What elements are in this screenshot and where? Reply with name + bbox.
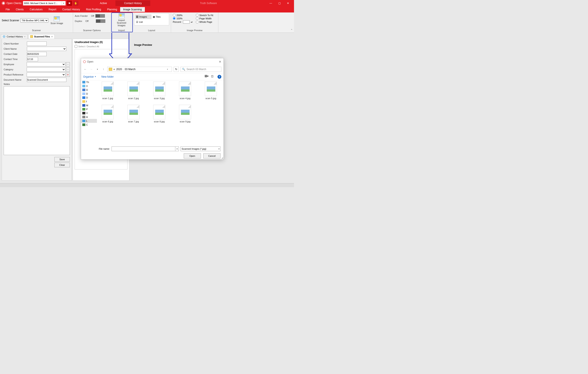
close-icon[interactable]: ×: [24, 35, 25, 38]
statusbar: [0, 183, 294, 187]
contact-time-input[interactable]: [27, 57, 38, 61]
file-item[interactable]: scan 3.jpg: [151, 82, 168, 100]
file-thumbnail: [205, 82, 217, 96]
new-folder-button[interactable]: New folder: [101, 75, 114, 78]
file-item[interactable]: scan 2.jpg: [125, 82, 142, 100]
file-name-dropdown[interactable]: ▾: [175, 147, 179, 151]
objects-icon: [82, 85, 85, 87]
tab-contact-history[interactable]: Contact History×: [1, 34, 28, 39]
nav-forward-icon[interactable]: →: [89, 68, 94, 71]
app-title: Truth Software: [150, 2, 266, 5]
scanner-group-label: Scanner: [2, 29, 71, 32]
menu-file[interactable]: File: [3, 7, 13, 12]
desktop-icon: [82, 89, 85, 91]
auto-feeder-toggle[interactable]: [95, 14, 105, 18]
stretch-fit[interactable]: Stretch To Fit: [196, 14, 217, 17]
menu-calculators[interactable]: Calculators: [27, 7, 46, 12]
file-name: scan 6.jpg: [102, 120, 113, 123]
folder-tree[interactable]: Th 3 D D D f M P V A L C: [81, 80, 97, 145]
category-more-button[interactable]: ···: [66, 67, 70, 72]
scan-image-button[interactable]: Scan Image: [50, 16, 64, 24]
nav-up-icon[interactable]: ↑: [101, 68, 105, 71]
file-item[interactable]: scan 5.jpg: [202, 82, 220, 100]
percent-input[interactable]: [183, 20, 190, 24]
contact-date-input[interactable]: [27, 52, 47, 56]
documents-icon: [82, 93, 85, 95]
employee-more-button[interactable]: ···: [66, 62, 70, 66]
scanner-dropdown[interactable]: TW-Brother MFC-946...: [21, 18, 48, 22]
menu-clients[interactable]: Clients: [13, 7, 27, 12]
product-ref-select[interactable]: [27, 73, 66, 77]
resize-handle[interactable]: ◢: [221, 157, 223, 159]
options-group-label: Scanner Options: [75, 29, 109, 32]
layout-images[interactable]: 🖼Images: [135, 14, 151, 19]
category-select[interactable]: [27, 67, 66, 72]
search-input[interactable]: 🔍Search 03 March: [180, 67, 221, 72]
nav-recent-icon[interactable]: ▾: [95, 68, 99, 70]
client-name-select[interactable]: [27, 47, 66, 51]
file-name-label: File name:: [84, 148, 110, 150]
view-mode-button[interactable]: 🖼▾: [205, 75, 209, 79]
dialog-cancel-button[interactable]: Cancel: [203, 153, 220, 159]
close-client-button[interactable]: ✖: [67, 1, 72, 6]
duplex-toggle[interactable]: [96, 19, 105, 23]
menu-planning[interactable]: Planning: [104, 7, 120, 12]
open-clients-value[interactable]: [23, 1, 62, 5]
tab-active[interactable]: Active: [91, 0, 116, 6]
import-scanned-images-button[interactable]: Import Scanned Images: [115, 13, 129, 27]
open-clients-dropdown[interactable]: ▼: [23, 1, 65, 5]
pc-icon: [82, 81, 85, 84]
zoom-200[interactable]: 200%: [173, 14, 194, 17]
document-name-input[interactable]: [27, 78, 66, 82]
app-icon: [2, 1, 5, 5]
minimize-button[interactable]: —: [266, 0, 275, 6]
dialog-open-button[interactable]: Open: [184, 153, 201, 159]
pictures-icon: [82, 108, 85, 111]
dialog-title: Open: [87, 60, 93, 63]
layout-list[interactable]: ☰List: [135, 20, 151, 24]
nav-back-icon[interactable]: ←: [83, 68, 87, 71]
organise-menu[interactable]: Organise ▼: [83, 75, 96, 78]
dropdown-button[interactable]: ▼: [62, 1, 65, 5]
file-name: scan 4.jpg: [180, 97, 190, 100]
breadcrumb[interactable]: « 2020› 03 March ▾: [107, 67, 172, 72]
file-item[interactable]: scan 9.jpg: [177, 105, 194, 123]
layout-tiles[interactable]: ▦Tiles: [152, 14, 168, 19]
list-icon: ☰: [136, 21, 138, 23]
preview-pane-button[interactable]: ◫: [211, 75, 215, 79]
file-name: scan 9.jpg: [180, 120, 190, 123]
file-type-filter[interactable]: Scanned Images (*.jpg)▾: [180, 147, 220, 151]
file-item[interactable]: scan 4.jpg: [177, 82, 194, 100]
file-item[interactable]: scan 7.jpg: [125, 105, 142, 123]
product-ref-clear-button[interactable]: ⊘: [66, 73, 70, 77]
notes-textarea[interactable]: [4, 86, 70, 155]
zoom-100[interactable]: 100%: [173, 17, 194, 20]
file-list: scan 1.jpgscan 2.jpgscan 3.jpgscan 4.jpg…: [97, 80, 223, 145]
collapse-ribbon-icon[interactable]: ⌃: [291, 29, 293, 32]
menu-risk-profiling[interactable]: Risk Profiling: [83, 7, 104, 12]
file-name-input[interactable]: [112, 147, 175, 151]
menu-report[interactable]: Report: [46, 7, 59, 12]
clear-button[interactable]: Clear: [54, 163, 70, 167]
client-number-input[interactable]: [27, 42, 47, 46]
tab-scanned-files[interactable]: Scanned Files×: [28, 34, 55, 39]
window-close-button[interactable]: ✕: [284, 0, 292, 6]
menu-contact-history[interactable]: Contact History: [59, 7, 83, 12]
path-dropdown-icon[interactable]: ▾: [167, 68, 170, 70]
file-item[interactable]: scan 6.jpg: [99, 105, 116, 123]
file-item[interactable]: scan 8.jpg: [151, 105, 168, 123]
select-all-checkbox[interactable]: [74, 45, 77, 48]
menu-image-scanning[interactable]: Image Scanning: [120, 7, 145, 12]
employee-select[interactable]: [27, 62, 66, 66]
refresh-button[interactable]: ↻: [174, 67, 179, 72]
close-icon[interactable]: ×: [51, 35, 53, 38]
dialog-close-button[interactable]: ✕: [219, 60, 221, 64]
save-button[interactable]: Save: [54, 157, 70, 162]
file-item[interactable]: scan 1.jpg: [99, 82, 116, 100]
help-icon[interactable]: ?: [218, 75, 221, 79]
page-width[interactable]: Page Width: [196, 17, 217, 20]
whole-page[interactable]: Whole Page: [196, 20, 217, 24]
maximize-button[interactable]: ▢: [275, 0, 284, 6]
tab-contact-history-top[interactable]: Contact History: [116, 0, 150, 6]
hand-icon[interactable]: ✋: [73, 1, 78, 6]
